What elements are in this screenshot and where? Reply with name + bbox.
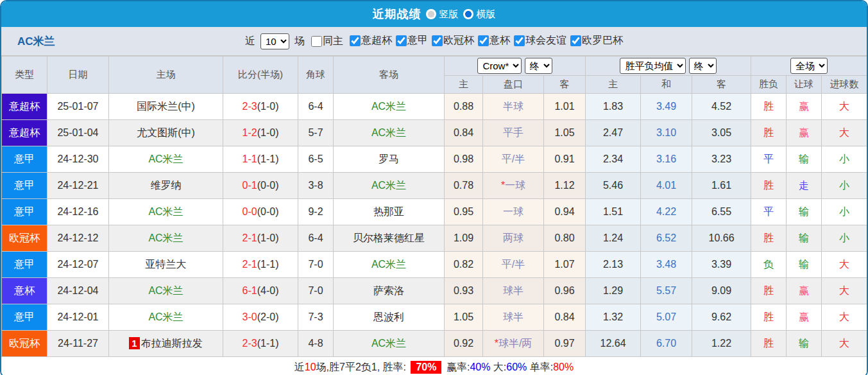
cell-odds-home: 0.82 <box>445 252 483 278</box>
cell-league: 欧冠杯 <box>2 225 47 252</box>
full-score: 2-1 <box>243 232 257 243</box>
home-team-name: 布拉迪斯拉发 <box>141 338 203 349</box>
cell-let-result: 输 <box>787 199 822 225</box>
league-checkbox-1[interactable] <box>350 35 361 46</box>
away-team-name: 热那亚 <box>373 206 404 217</box>
cell-result: 胜 <box>751 331 787 357</box>
cell-league: 意超杯 <box>2 120 47 146</box>
subheader-odds-away: 客 <box>544 76 586 94</box>
cell-handicap: 半球 <box>483 94 544 120</box>
cell-handicap: 平/半 <box>483 146 544 173</box>
same-home-checkbox[interactable] <box>311 36 322 47</box>
cell-result: 胜 <box>751 120 787 146</box>
league-filter-1[interactable]: 意超杯 <box>346 34 392 48</box>
cell-corner: 5-7 <box>298 120 334 146</box>
cell-let-result: 输 <box>787 331 822 357</box>
summary-segment-6: 40% <box>470 362 490 373</box>
half-score: (4-0) <box>257 285 279 296</box>
away-team-name: 萨索洛 <box>373 285 404 296</box>
cell-result: 胜 <box>751 225 787 252</box>
cell-away-team: AC米兰 <box>334 331 445 357</box>
cell-avg-away: 9.09 <box>692 278 751 304</box>
cell-goals-result: 小 <box>822 173 867 199</box>
cell-corner: 4-8 <box>298 331 334 357</box>
layout-option-horizontal[interactable]: 横版 <box>463 8 496 21</box>
league-checkbox-6[interactable] <box>570 35 581 46</box>
cell-odds-away: 1.07 <box>544 252 586 278</box>
header-away: 客场 <box>334 57 445 94</box>
summary-segment-10: 80% <box>553 362 574 373</box>
league-filter-2[interactable]: 意甲 <box>392 34 428 48</box>
radio-vertical-icon[interactable] <box>426 9 436 19</box>
cell-let-result: 走 <box>787 173 822 199</box>
radio-horizontal-label: 横版 <box>477 8 496 21</box>
cell-handicap: *球半/两 <box>483 331 544 357</box>
same-home-option[interactable]: 同主 <box>307 35 343 48</box>
subheader-avg-away: 客 <box>692 76 751 94</box>
cell-away-team: AC米兰 <box>334 94 445 120</box>
scope-select[interactable]: 全场 <box>790 58 828 74</box>
odds-period-select[interactable]: 终 <box>525 58 552 74</box>
cell-avg-away: 3.39 <box>692 252 751 278</box>
radio-vertical-label: 竖版 <box>439 8 459 21</box>
home-team-name: 维罗纳 <box>151 180 182 191</box>
league-checkbox-5[interactable] <box>514 35 525 46</box>
league-filter-3[interactable]: 欧冠杯 <box>428 34 474 48</box>
cell-goals-result: 大 <box>822 94 867 120</box>
away-team-name: 恩波利 <box>373 311 404 322</box>
full-score: 1-1 <box>243 153 257 164</box>
league-checkboxes: 意超杯意甲欧冠杯意杯球会友谊欧罗巴杯 <box>346 34 623 49</box>
cell-result: 胜 <box>751 173 787 199</box>
cell-league: 欧冠杯 <box>2 331 47 357</box>
full-score: 0-0 <box>243 206 257 217</box>
cell-let-result: 输 <box>787 146 822 173</box>
radio-horizontal-icon[interactable] <box>463 9 473 19</box>
header-corner: 角球 <box>298 57 334 94</box>
same-home-label: 同主 <box>323 35 343 48</box>
cell-score: 2-1(1-0) <box>223 225 298 252</box>
full-score: 6-1 <box>243 285 257 296</box>
header-type: 类型 <box>2 57 47 94</box>
avg-select-group: 胜平负均值 终 <box>586 57 751 76</box>
cell-odds-away: 0.97 <box>544 331 586 357</box>
league-checkbox-2[interactable] <box>396 35 407 46</box>
cell-odds-away: 1.01 <box>544 94 586 120</box>
cell-avg-draw: 3.49 <box>641 94 692 120</box>
cell-score: 0-0(0-0) <box>223 199 298 225</box>
away-team-name: AC米兰 <box>371 180 406 191</box>
league-filter-6[interactable]: 欧罗巴杯 <box>566 34 623 48</box>
cell-handicap: 两球 <box>483 225 544 252</box>
half-score: (1-0) <box>257 127 279 138</box>
table-row: 意甲24-12-21维罗纳0-1(0-0)3-8AC米兰0.78*一球1.125… <box>2 173 867 199</box>
league-filter-5[interactable]: 球会友谊 <box>510 34 566 48</box>
avg-period-select[interactable]: 终 <box>689 58 717 74</box>
league-checkbox-4[interactable] <box>478 35 489 46</box>
cell-goals-result: 大 <box>822 331 867 357</box>
cell-let-result: 赢 <box>787 120 822 146</box>
cell-corner: 6-4 <box>298 225 334 252</box>
half-score: (1-0) <box>257 232 279 243</box>
cell-avg-away: 9.62 <box>692 304 751 331</box>
cell-home-team: 亚特兰大 <box>109 252 223 278</box>
away-team-name: AC米兰 <box>371 101 406 112</box>
cell-odds-home: 0.78 <box>445 173 483 199</box>
league-filter-4[interactable]: 意杯 <box>474 34 510 48</box>
cell-result: 负 <box>751 252 787 278</box>
cell-score: 1-1(1-1) <box>223 146 298 173</box>
cell-avg-home: 5.46 <box>586 173 641 199</box>
cell-odds-away: 0.80 <box>544 225 586 252</box>
recent-results-panel: 近期战绩 竖版 横版 AC米兰 近 10 场 同主 意超杯意甲欧冠杯意杯球会友谊… <box>0 0 868 375</box>
cell-odds-home: 1.09 <box>445 225 483 252</box>
league-checkbox-3[interactable] <box>432 35 443 46</box>
layout-option-vertical[interactable]: 竖版 <box>426 8 459 21</box>
cell-corner: 7-0 <box>298 278 334 304</box>
away-team-name: 罗马 <box>379 153 399 164</box>
match-count-select[interactable]: 10 <box>260 33 289 49</box>
cell-score: 6-1(4-0) <box>223 278 298 304</box>
cell-avg-draw: 5.57 <box>641 278 692 304</box>
bookmaker-select[interactable]: Crow* <box>477 58 522 74</box>
subheader-odds-home: 主 <box>445 76 483 94</box>
team-name: AC米兰 <box>17 34 55 49</box>
cell-corner: 6-5 <box>298 146 334 173</box>
avg-type-select[interactable]: 胜平负均值 <box>620 58 686 74</box>
